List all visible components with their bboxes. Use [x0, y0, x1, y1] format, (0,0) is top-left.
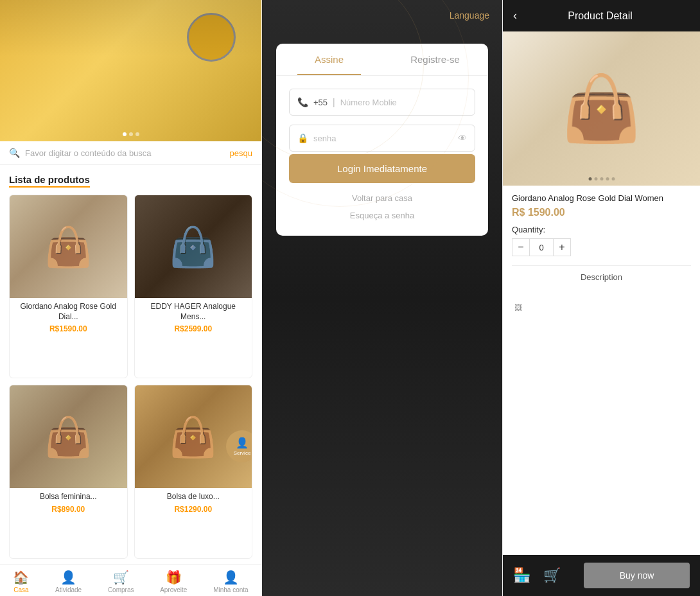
product-name-3: Bolsa feminina... [15, 492, 122, 502]
back-arrow-icon[interactable]: ‹ [513, 9, 517, 22]
quantity-increase-button[interactable]: + [553, 238, 571, 256]
login-modal: Assine Registre-se 📞 +55 | Número Moblie… [276, 44, 488, 236]
country-code: +55 [313, 98, 328, 107]
product-price-4: R$1290.00 [140, 505, 247, 514]
search-bar: 🔍 Favor digitar o conteúdo da busca pesq… [0, 141, 261, 165]
product-card-1[interactable]: Giordano Analog Rose Gold Dial... R$1590… [9, 195, 128, 378]
language-bar: Language [262, 0, 502, 31]
middle-panel: Language Assine Registre-se 📞 +55 | Núme… [262, 0, 502, 596]
broken-image-icon: 🖼 [514, 303, 522, 312]
product-detail-info: Giordano Analog Rose Gold Dial Women R$ … [503, 186, 700, 555]
detail-product-name: Giordano Analog Rose Gold Dial Women [512, 193, 691, 203]
nav-label-compras: Compras [108, 586, 134, 593]
hero-dot-3 [136, 132, 139, 136]
product-card-4[interactable]: 👤 Service Bolsa de luxo... R$1290.00 [134, 385, 253, 559]
product-detail-image: 👜 [503, 31, 700, 186]
nav-label-atividade: Atividade [55, 586, 82, 593]
hero-banner [0, 0, 261, 141]
nav-item-aproveite[interactable]: 🎁 Aproveite [160, 570, 187, 593]
tab-registre[interactable]: Registre-se [382, 44, 488, 75]
nav-item-atividade[interactable]: 👤 Atividade [55, 570, 82, 593]
nav-label-minha-conta: Minha conta [213, 586, 248, 593]
casa-icon: 🏠 [13, 570, 29, 585]
auth-tabs: Assine Registre-se [276, 44, 488, 76]
nav-label-aproveite: Aproveite [160, 586, 187, 593]
quantity-decrease-button[interactable]: − [512, 238, 530, 256]
forgot-password-link[interactable]: Esqueça a senha [350, 211, 414, 220]
detail-dot-5 [611, 177, 615, 180]
product-info-2: EDDY HAGER Analogue Mens... R$2599.00 [135, 298, 252, 338]
detail-dot-2 [594, 177, 597, 180]
section-title-container: Lista de produtos [0, 165, 261, 189]
buy-now-button[interactable]: Buy now [584, 563, 690, 588]
modal-links: Voltar para casa Esqueça a senha [276, 193, 488, 220]
detail-dot-3 [600, 177, 603, 180]
password-input-group[interactable]: 🔒 senha 👁 [289, 125, 475, 152]
left-panel: 🔍 Favor digitar o conteúdo da busca pesq… [0, 0, 262, 596]
product-thumb-4: 👤 Service [135, 385, 252, 488]
phone-icon: 📞 [297, 97, 308, 107]
login-button[interactable]: Login Imediatamente [289, 154, 475, 183]
nav-item-casa[interactable]: 🏠 Casa [13, 570, 29, 593]
service-label: Service [234, 450, 251, 456]
phone-input-group[interactable]: 📞 +55 | Número Moblie [289, 89, 475, 116]
detail-action-bar: 🏪 🛒 Buy now [503, 555, 700, 596]
phone-input[interactable]: Número Moblie [340, 98, 467, 107]
description-section: Description 🖼 [512, 265, 691, 327]
detail-dot-4 [606, 177, 609, 180]
minha-conta-icon: 👤 [223, 570, 239, 585]
atividade-icon: 👤 [60, 570, 76, 585]
login-form: 📞 +55 | Número Moblie 🔒 senha 👁 [276, 76, 488, 152]
hero-image-arm [0, 0, 261, 141]
product-info-1: Giordano Analog Rose Gold Dial... R$1590… [10, 298, 127, 338]
product-main-image: 👜 [561, 71, 642, 146]
quantity-label: Quantity: [512, 225, 691, 234]
quantity-control: − 0 + [512, 238, 691, 256]
detail-dot-1 [588, 177, 591, 180]
product-price-1: R$1590.00 [15, 324, 122, 333]
product-info-3: Bolsa feminina... R$890.00 [10, 488, 127, 519]
product-thumb-2 [135, 195, 252, 298]
detail-header: ‹ Product Detail [503, 0, 700, 31]
back-home-link[interactable]: Voltar para casa [352, 193, 412, 203]
bottom-nav: 🏠 Casa 👤 Atividade 🛒 Compras 🎁 Aproveite… [0, 564, 261, 596]
product-name-2: EDDY HAGER Analogue Mens... [140, 302, 247, 322]
hero-dot-2 [129, 132, 133, 136]
product-name-4: Bolsa de luxo... [140, 492, 247, 502]
product-price-2: R$2599.00 [140, 324, 247, 333]
product-info-4: Bolsa de luxo... R$1290.00 [135, 488, 252, 519]
product-thumb-3 [10, 385, 127, 488]
product-card-2[interactable]: EDDY HAGER Analogue Mens... R$2599.00 [134, 195, 253, 378]
product-image-3 [10, 385, 127, 488]
nav-item-compras[interactable]: 🛒 Compras [108, 570, 134, 593]
detail-title: Product Detail [522, 10, 690, 22]
eye-icon[interactable]: 👁 [458, 133, 467, 143]
detail-carousel-dots [588, 177, 615, 180]
hero-dot-1 [123, 132, 127, 136]
search-icon: 🔍 [9, 148, 20, 158]
search-button[interactable]: pesqu [230, 148, 252, 158]
hero-dots [123, 132, 139, 136]
aproveite-icon: 🎁 [166, 570, 182, 585]
product-image-1 [10, 195, 127, 298]
detail-product-price: R$ 1590.00 [512, 207, 691, 218]
detail-cart-icon[interactable]: 🛒 [543, 567, 561, 584]
password-input[interactable]: senha [313, 134, 453, 143]
quantity-value: 0 [530, 238, 553, 256]
detail-store-icon[interactable]: 🏪 [513, 567, 530, 584]
product-thumb-1 [10, 195, 127, 298]
product-card-3[interactable]: Bolsa feminina... R$890.00 [9, 385, 128, 559]
description-image: 🖼 [512, 288, 691, 327]
product-grid: Giordano Analog Rose Gold Dial... R$1590… [0, 189, 261, 564]
product-price-3: R$890.00 [15, 505, 122, 514]
nav-item-minha-conta[interactable]: 👤 Minha conta [213, 570, 248, 593]
product-image-2 [135, 195, 252, 298]
right-panel: ‹ Product Detail 👜 Giordano Analog Rose … [502, 0, 700, 596]
product-name-1: Giordano Analog Rose Gold Dial... [15, 302, 122, 322]
description-label: Description [512, 272, 691, 282]
nav-label-casa: Casa [13, 586, 28, 593]
tab-assine[interactable]: Assine [276, 44, 382, 75]
compras-icon: 🛒 [113, 570, 129, 585]
language-button[interactable]: Language [450, 10, 489, 21]
search-placeholder-text[interactable]: Favor digitar o conteúdo da busca [25, 148, 225, 158]
